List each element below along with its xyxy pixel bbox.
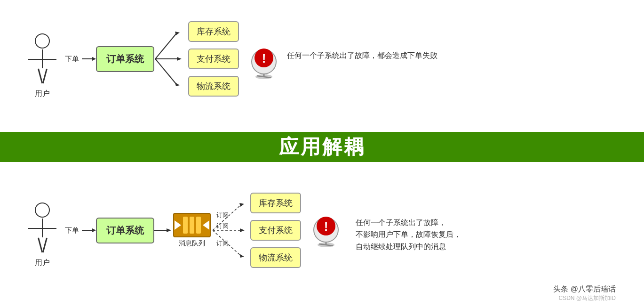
mq-play-right: [203, 220, 209, 230]
top-action-row: 下单: [62, 55, 96, 64]
stick-head-bottom: [35, 203, 50, 218]
mq-bar-1: [183, 217, 188, 234]
svg-text:!: !: [262, 51, 266, 65]
bottom-logistics-box: 物流系统: [250, 247, 301, 268]
top-payment-box: 支付系统: [188, 49, 239, 69]
svg-marker-5: [177, 57, 182, 61]
stick-leg-right-bottom: [42, 238, 48, 253]
stick-legs-bottom: [38, 238, 48, 253]
stick-arms-bottom: [28, 228, 56, 229]
bottom-warning-text: 任何一个子系统出了故障， 不影响用户下单，故障恢复后， 自动继续处理队列中的消息: [356, 217, 461, 253]
main-container: 用户 下单 订单系统 库存系统 支付系统 物流: [0, 0, 644, 308]
svg-text:订阅: 订阅: [216, 211, 229, 219]
svg-marker-1: [92, 57, 96, 61]
bottom-order-system-box: 订单系统: [96, 218, 154, 243]
svg-marker-16: [92, 228, 96, 232]
svg-marker-20: [239, 203, 244, 207]
top-fan-arrows: [155, 21, 188, 97]
top-logistics-box: 物流系统: [188, 76, 239, 97]
bottom-warning-area: ! 任何一个子系统出了故障， 不影响用户下单，故障恢复后， 自动继续处理队列中的…: [310, 208, 461, 253]
bottom-action-label: 下单: [65, 226, 79, 235]
top-action-label: 下单: [65, 55, 79, 64]
bottom-system-boxes: 库存系统 支付系统 物流系统: [250, 193, 301, 268]
bottom-section: 用户 下单 订单系统: [0, 162, 644, 308]
top-warning-text: 任何一个子系统出了故障，都会造成下单失败: [287, 49, 437, 62]
svg-text:订阅: 订阅: [216, 240, 229, 247]
green-banner: 应用解耦: [0, 132, 644, 162]
svg-marker-18: [167, 228, 171, 232]
mq-icon: [175, 217, 209, 234]
top-section: 用户 下单 订单系统 库存系统 支付系统 物流: [0, 0, 644, 132]
footer-area: 头条 @八零后瑞话 CSDN @马达加斯加ID: [553, 284, 616, 302]
stick-head-top: [35, 33, 50, 49]
user-figure-bottom: 用户: [28, 203, 56, 268]
svg-marker-26: [239, 254, 244, 258]
mq-wrapper: 消息队列: [171, 213, 213, 248]
bottom-action-row: 下单: [62, 226, 96, 235]
mq-bar-2: [190, 217, 194, 234]
svg-marker-7: [175, 82, 180, 86]
user-figure-top: 用户: [28, 33, 56, 99]
stick-arms-top: [28, 59, 56, 60]
top-inventory-box: 库存系统: [188, 21, 239, 42]
mq-play-left: [175, 220, 181, 230]
banner-text: 应用解耦: [279, 134, 366, 160]
svg-line-6: [155, 59, 176, 84]
bottom-warning-icon: !: [310, 213, 342, 251]
footer-credit: 头条 @八零后瑞话: [553, 284, 616, 294]
stick-leg-left-bottom: [38, 238, 43, 253]
top-warning-area: ! 任何一个子系统出了故障，都会造成下单失败: [247, 35, 437, 82]
svg-text:订阅: 订阅: [216, 222, 229, 229]
svg-text:!: !: [324, 219, 328, 234]
top-system-boxes: 库存系统 支付系统 物流系统: [188, 21, 239, 97]
bottom-arrow-2: [154, 227, 171, 234]
mq-label: 消息队列: [179, 239, 205, 248]
stick-leg-left-top: [38, 69, 43, 84]
bottom-payment-box: 支付系统: [250, 220, 301, 241]
footer-watermark: CSDN @马达加斯加ID: [553, 294, 616, 302]
top-arrow-1: [82, 55, 96, 63]
svg-marker-23: [240, 228, 245, 232]
user-label-top: 用户: [35, 89, 50, 99]
user-label-bottom: 用户: [35, 258, 50, 268]
top-order-system-box: 订单系统: [96, 46, 154, 72]
bottom-arrow-1: [82, 227, 96, 234]
bottom-subscribe-arrows: 订阅 订阅 订阅: [213, 193, 250, 268]
mq-bar-3: [196, 217, 201, 234]
svg-line-2: [155, 33, 176, 59]
top-warning-icon: !: [247, 45, 280, 82]
bottom-inventory-box: 库存系统: [250, 193, 301, 213]
mq-box: [173, 213, 211, 237]
stick-leg-right-top: [42, 69, 48, 84]
stick-legs-top: [38, 69, 48, 84]
